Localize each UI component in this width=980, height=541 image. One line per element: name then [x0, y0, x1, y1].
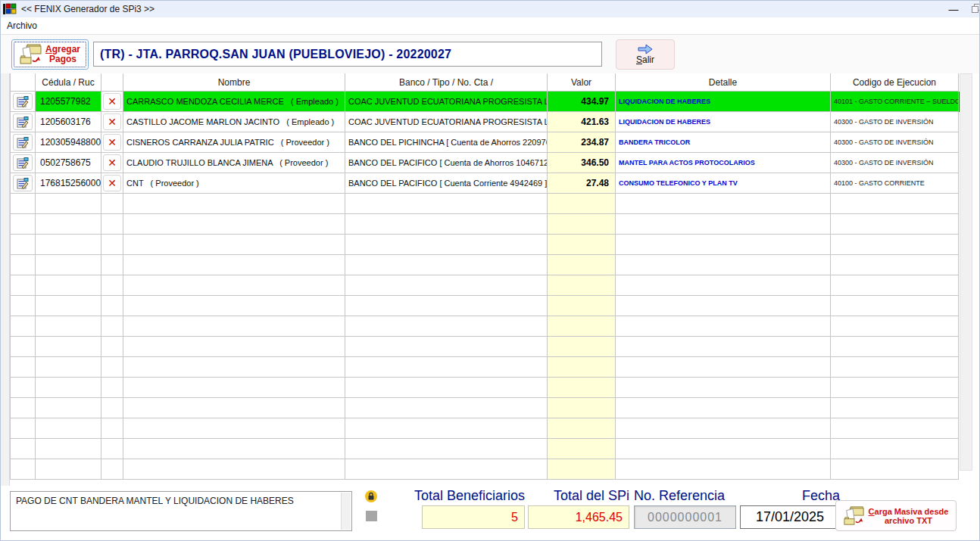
cell-valor: 27.48	[548, 173, 616, 194]
footer-panel: PAGO DE CNT BANDERA MANTEL Y LIQUIDACION…	[1, 486, 980, 541]
carga-masiva-button[interactable]: Carga Masiva desde archivo TXT	[835, 500, 957, 531]
cell-cedula: 1203059488001	[36, 132, 101, 153]
cell-banco	[345, 357, 548, 378]
blue-right-arrow-icon	[637, 44, 654, 54]
minimize-icon[interactable]: —	[938, 4, 969, 15]
cell-detalle	[616, 316, 831, 337]
cell-codigo: 40300 - GASTO DE INVERSIÓN	[831, 112, 959, 132]
cell-cedula	[36, 255, 101, 275]
exit-button[interactable]: Salir	[616, 39, 675, 70]
gray-checkbox[interactable]	[366, 511, 377, 521]
table-row-empty	[10, 316, 959, 337]
cell-nombre	[123, 418, 345, 439]
cell-valor: 434.97	[548, 92, 616, 112]
cell-codigo	[831, 337, 959, 357]
carga-masiva-label: Carga Masiva desde archivo TXT	[869, 507, 949, 525]
cell-cedula	[36, 214, 101, 235]
cell-banco	[345, 337, 548, 357]
entity-title-field[interactable]: (TR) - JTA. PARROQ.SAN JUAN (PUEBLOVIEJO…	[93, 42, 602, 67]
cell-nombre	[123, 214, 345, 235]
cell-edit	[10, 337, 36, 357]
cell-delete	[101, 357, 123, 378]
payments-table: Cédula / Ruc Nombre Banco / Tipo / No. C…	[1, 73, 980, 471]
cell-cedula	[36, 194, 101, 214]
cell-banco: COAC JUVENTUD ECUATORIANA PROGRESISTA LT…	[345, 112, 548, 132]
fecha-label: Fecha	[788, 488, 840, 504]
table-vertical-scrollbar[interactable]	[960, 73, 972, 471]
cell-detalle	[616, 275, 831, 296]
cell-detalle	[616, 378, 831, 398]
cell-edit	[10, 153, 36, 173]
cell-edit	[10, 316, 36, 337]
header-banco[interactable]: Banco / Tipo / No. Cta /	[345, 73, 548, 92]
folders-arrow-icon	[844, 505, 865, 527]
cell-nombre	[123, 337, 345, 357]
cell-detalle	[616, 398, 831, 418]
textarea-scrollbar[interactable]	[341, 493, 351, 530]
referencia-field: 0000000001	[634, 505, 736, 529]
row-delete-icon[interactable]: ✕	[103, 134, 121, 151]
menu-archivo[interactable]: Archivo	[1, 19, 43, 33]
cell-delete	[101, 418, 123, 439]
cell-valor	[548, 255, 616, 275]
row-delete-icon[interactable]: ✕	[103, 175, 121, 191]
cell-cedula: 1768152560001	[36, 173, 101, 194]
table-row[interactable]: 1768152560001✕CNT ( Proveedor )BANCO DEL…	[10, 173, 959, 194]
row-edit-button[interactable]	[13, 134, 33, 151]
cell-detalle	[616, 194, 831, 214]
header-nombre[interactable]: Nombre	[123, 73, 345, 92]
menu-bar: Archivo	[1, 17, 979, 34]
total-spi-label: Total del SPi	[534, 488, 629, 504]
row-edit-button[interactable]	[13, 175, 33, 191]
row-delete-icon[interactable]: ✕	[103, 93, 121, 110]
cell-cedula: 0502758675	[36, 153, 101, 173]
cell-valor	[548, 316, 616, 337]
table-row[interactable]: 1205577982✕CARRASCO MENDOZA CECILIA MERC…	[10, 92, 959, 112]
cell-detalle	[616, 235, 831, 255]
row-delete-icon[interactable]: ✕	[103, 154, 121, 171]
cell-nombre: CNT ( Proveedor )	[123, 173, 345, 194]
cell-banco	[345, 439, 548, 459]
cell-edit	[10, 357, 36, 378]
cell-detalle	[616, 459, 831, 480]
cell-banco	[345, 316, 548, 337]
cell-edit	[10, 296, 36, 316]
add-payments-button[interactable]: Agregar Pagos	[11, 39, 89, 70]
header-delete	[101, 73, 123, 92]
cell-edit	[10, 173, 36, 194]
cell-codigo	[831, 316, 959, 337]
lock-icon	[365, 490, 377, 502]
cell-banco: BANCO DEL PACIFICO [ Cuenta Corriente 49…	[345, 173, 548, 194]
cell-cedula	[36, 439, 101, 459]
cell-delete: ✕	[101, 153, 123, 173]
row-edit-button[interactable]	[13, 93, 33, 110]
cell-banco	[345, 418, 548, 439]
header-valor[interactable]: Valor	[548, 73, 616, 92]
cell-codigo	[831, 255, 959, 275]
header-detalle[interactable]: Detalle	[616, 73, 831, 92]
cell-nombre	[123, 459, 345, 480]
exit-label: Salir	[636, 54, 654, 65]
record-selector-gutter	[1, 73, 10, 486]
cell-nombre	[123, 439, 345, 459]
total-spi-value: 1,465.45	[576, 511, 623, 524]
cell-cedula	[36, 316, 101, 337]
header-codigo[interactable]: Codigo de Ejecucion	[831, 73, 959, 92]
table-row[interactable]: 1203059488001✕CISNEROS CARRANZA JULIA PA…	[10, 132, 959, 153]
cell-valor	[548, 439, 616, 459]
cell-edit	[10, 92, 36, 112]
row-delete-icon[interactable]: ✕	[103, 113, 121, 130]
cell-cedula	[36, 398, 101, 418]
table-row[interactable]: 1205603176✕CASTILLO JACOME MARLON JACINT…	[10, 112, 959, 132]
cell-nombre	[123, 255, 345, 275]
table-row-empty	[10, 378, 959, 398]
total-beneficiarios-label: Total Beneficiarios	[396, 488, 525, 504]
cell-delete	[101, 214, 123, 235]
fecha-field[interactable]: 17/01/2025	[740, 505, 840, 529]
row-edit-button[interactable]	[13, 113, 33, 130]
payment-description-textarea[interactable]: PAGO DE CNT BANDERA MANTEL Y LIQUIDACION…	[10, 491, 352, 531]
row-edit-button[interactable]	[13, 154, 33, 171]
restore-icon[interactable]	[969, 1, 980, 17]
header-cedula[interactable]: Cédula / Ruc	[36, 73, 101, 92]
table-row[interactable]: 0502758675✕CLAUDIO TRUJILLO BLANCA JIMEN…	[10, 153, 959, 173]
